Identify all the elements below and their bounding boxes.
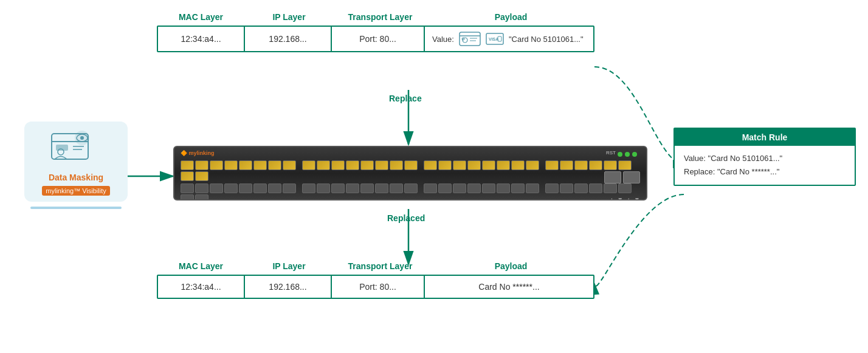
- svg-text:VISA: VISA: [489, 37, 498, 41]
- match-rule-replace-row: Replace: "Card No ******...": [684, 165, 846, 179]
- top-transport-label: Transport Layer: [333, 12, 427, 22]
- port: [618, 160, 632, 170]
- port: [497, 183, 510, 193]
- port: [574, 183, 588, 193]
- top-packet: MAC Layer IP Layer Transport Layer Paylo…: [157, 12, 594, 52]
- nav-arrow-1[interactable]: ▲: [608, 196, 615, 201]
- monitor-stand: [30, 207, 122, 209]
- switch-leds: [618, 152, 637, 157]
- top-mac-value: 12:34:a4...: [158, 27, 245, 51]
- replace-arrow-label: Replace: [389, 93, 422, 104]
- port: [375, 160, 388, 170]
- replace-label: Replace: [389, 94, 422, 103]
- port: [360, 160, 374, 170]
- left-device: Data Masking mylinking™ Visibility: [18, 122, 134, 209]
- bottom-mac-label: MAC Layer: [157, 261, 245, 271]
- device-box: Data Masking mylinking™ Visibility: [24, 122, 128, 202]
- diagram-container: Data Masking mylinking™ Visibility MAC L…: [0, 0, 868, 353]
- port: [404, 183, 418, 193]
- bottom-mac-value: 12:34:a4...: [158, 276, 245, 298]
- bottom-packet-frame: 12:34:a4... 192.168... Port: 80... Card …: [157, 275, 594, 299]
- top-ip-value: 192.168...: [245, 27, 332, 51]
- port: [195, 171, 208, 181]
- port: [195, 160, 208, 170]
- led-1: [618, 152, 622, 157]
- top-payload-value-label: Value:: [432, 35, 454, 44]
- nav-arrow-3[interactable]: ▲: [625, 196, 632, 201]
- port: [482, 183, 495, 193]
- port: [404, 160, 418, 170]
- brand-label: mylinking™ Visibility: [42, 186, 109, 196]
- port: [438, 183, 452, 193]
- port: [331, 183, 345, 193]
- match-rule-value-row: Value: "Card No 5101061...": [684, 152, 846, 165]
- port: [283, 183, 296, 193]
- match-rule-replace-content: "Card No ******...": [717, 167, 779, 176]
- port: [438, 160, 452, 170]
- bottom-payload-label: Payload: [427, 261, 594, 271]
- port: [526, 160, 539, 170]
- port: [317, 160, 330, 170]
- port: [239, 183, 252, 193]
- top-packet-labels: MAC Layer IP Layer Transport Layer Paylo…: [157, 12, 594, 22]
- top-payload-cell: Value: VISA "Card No 5101061...": [425, 27, 593, 51]
- port: [253, 160, 267, 170]
- port: [210, 183, 223, 193]
- port: [346, 160, 359, 170]
- port: [604, 160, 617, 170]
- top-mac-label: MAC Layer: [157, 12, 245, 22]
- port: [467, 183, 481, 193]
- bottom-packet: MAC Layer IP Layer Transport Layer Paylo…: [157, 261, 594, 299]
- match-rule-replace-label: Replace:: [684, 167, 715, 176]
- port: [511, 183, 525, 193]
- svg-point-12: [80, 136, 84, 140]
- visa-icon: VISA: [486, 33, 504, 45]
- port: [424, 160, 437, 170]
- led-3: [632, 152, 637, 157]
- top-transport-value: Port: 80...: [332, 27, 425, 51]
- port: [317, 183, 330, 193]
- bottom-ip-value: 192.168...: [245, 276, 332, 298]
- port: [181, 183, 194, 193]
- port: [589, 160, 602, 170]
- port: [467, 160, 481, 170]
- top-payload-label: Payload: [427, 12, 594, 22]
- eth-port-1: [604, 171, 621, 183]
- led-2: [625, 152, 630, 157]
- port: [424, 183, 437, 193]
- port: [545, 183, 559, 193]
- top-payload-value: "Card No 5101061...": [509, 35, 584, 44]
- port: [589, 183, 602, 193]
- port: [181, 194, 194, 200]
- nav-arrow-2[interactable]: ▼: [617, 196, 623, 201]
- bottom-transport-label: Transport Layer: [333, 261, 427, 271]
- port: [604, 183, 617, 193]
- port: [453, 160, 466, 170]
- port: [181, 160, 194, 170]
- port: [390, 160, 403, 170]
- port: [181, 171, 194, 181]
- port: [195, 194, 208, 200]
- port: [574, 160, 588, 170]
- port: [375, 183, 388, 193]
- port: [331, 160, 345, 170]
- port: [497, 160, 510, 170]
- nav-arrow-4[interactable]: ▼: [634, 196, 640, 201]
- port: [511, 160, 525, 170]
- bottom-ip-label: IP Layer: [245, 261, 333, 271]
- port: [210, 160, 223, 170]
- bottom-packet-labels: MAC Layer IP Layer Transport Layer Paylo…: [157, 261, 594, 271]
- port: [239, 160, 252, 170]
- match-rule-box: Match Rule Value: "Card No 5101061..." R…: [673, 128, 856, 186]
- match-rule-value-label: Value:: [684, 154, 706, 163]
- top-ip-label: IP Layer: [245, 12, 333, 22]
- port: [283, 160, 296, 170]
- port: [224, 160, 238, 170]
- port: [560, 183, 573, 193]
- match-rule-value-content: "Card No 5101061...": [708, 154, 783, 163]
- port: [482, 160, 495, 170]
- port: [268, 183, 281, 193]
- port: [560, 160, 573, 170]
- card-icon-1: [459, 32, 481, 46]
- data-masking-label: Data Masking: [30, 173, 122, 182]
